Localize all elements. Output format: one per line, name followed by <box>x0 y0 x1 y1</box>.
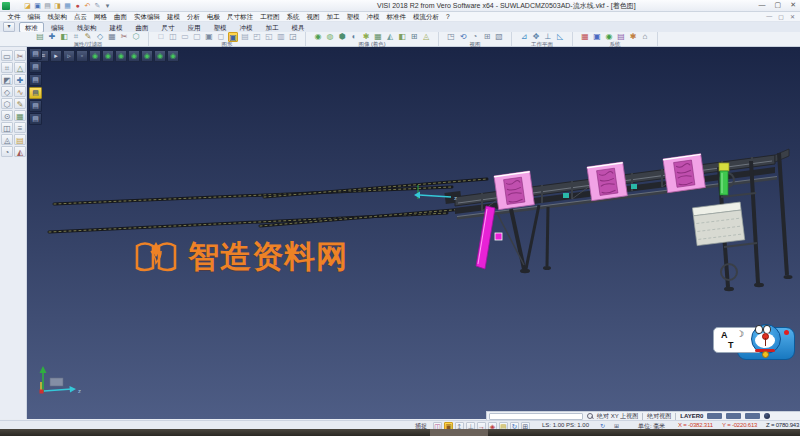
sidebar-tool-icon[interactable]: ▭ <box>1 50 13 61</box>
view-mode-icon[interactable]: ▤ <box>29 74 42 86</box>
menu-item[interactable]: 线架构 <box>44 12 71 22</box>
sidebar-tool-icon[interactable]: ⬡ <box>1 98 13 109</box>
command-input[interactable] <box>489 413 583 420</box>
ribbon-icon[interactable]: ◰ <box>252 32 262 42</box>
left-support-legs[interactable] <box>497 205 551 273</box>
menu-item[interactable]: 视图 <box>303 12 323 22</box>
toolbar-tab[interactable]: 曲面 <box>130 22 155 33</box>
layer-color-block[interactable] <box>726 413 741 419</box>
taskbar-app-segment[interactable] <box>430 429 488 436</box>
sidebar-tool-icon[interactable]: ✚ <box>14 74 26 85</box>
ribbon-icon[interactable]: ▤ <box>35 32 45 42</box>
menu-item[interactable]: 文件 <box>4 12 24 22</box>
toolbar-tab[interactable]: 塑模 <box>208 22 233 33</box>
quick-access-icon[interactable]: ▦ <box>63 1 72 10</box>
maximize-button[interactable]: ▢ <box>775 1 782 9</box>
ime-toolbar[interactable]: A ☽ T <box>713 324 795 372</box>
view-toolbar-icon[interactable]: ▹ <box>63 50 75 62</box>
pink-plate-3[interactable] <box>663 154 705 193</box>
ribbon-icon[interactable]: ◧ <box>397 32 407 42</box>
sidebar-tool-icon[interactable]: ▤ <box>14 134 26 145</box>
toolbar-tab[interactable]: 建模 <box>104 22 129 33</box>
sidebar-tool-icon[interactable]: ⌗ <box>1 62 13 73</box>
ribbon-icon[interactable]: ✱ <box>628 32 638 42</box>
menu-item[interactable]: 建模 <box>164 12 184 22</box>
view-toolbar-icon[interactable]: ◉ <box>128 50 140 62</box>
pink-plate-2[interactable] <box>587 162 627 201</box>
render-style-icon[interactable] <box>764 413 770 419</box>
menu-item[interactable]: 系统 <box>283 12 303 22</box>
ribbon-icon[interactable]: ⬢ <box>337 32 347 42</box>
ribbon-icon[interactable]: ◲ <box>288 32 298 42</box>
ribbon-icon[interactable]: ◭ <box>385 32 395 42</box>
menu-item[interactable]: 工程图 <box>257 12 284 22</box>
sidebar-tool-icon[interactable]: ◇ <box>1 86 13 97</box>
quick-access-icon[interactable]: ▯ <box>13 1 22 10</box>
refresh-icon[interactable]: ↻ <box>600 422 605 429</box>
menu-item[interactable]: 模流分析 <box>410 12 443 22</box>
sidebar-tool-icon[interactable]: ▦ <box>14 110 26 121</box>
view-mode-icon[interactable]: ▤ <box>29 48 42 60</box>
ribbon-icon[interactable]: ▣ <box>204 32 214 42</box>
sidebar-tool-icon[interactable]: ∿ <box>14 86 26 97</box>
ribbon-icon[interactable]: ⟲ <box>458 32 468 42</box>
view-toolbar-icon[interactable]: ▸ <box>50 50 62 62</box>
toolbar-tab[interactable]: 应用 <box>182 22 207 33</box>
graphics-viewport[interactable]: z z ≡▸▹▫◉◉◉◉◉◉◉ ▤▤▤▤▤▤ 智造资料网 <box>27 47 800 419</box>
ribbon-icon[interactable]: ⊿ <box>519 32 529 42</box>
layer-color-block[interactable] <box>745 413 760 419</box>
toolbar-tab[interactable]: 编辑 <box>45 22 70 33</box>
sidebar-tool-icon[interactable]: △ <box>14 62 26 73</box>
doc-restore-button[interactable]: ▢ <box>778 13 784 20</box>
view-toolbar-icon[interactable]: ▫ <box>76 50 88 62</box>
conveyor-rails[interactable] <box>49 179 487 232</box>
sidebar-tool-icon[interactable]: ◔ <box>1 146 13 157</box>
menu-item[interactable]: 冲模 <box>363 12 383 22</box>
ribbon-icon[interactable]: ▤ <box>240 32 250 42</box>
ribbon-icon[interactable]: ▦ <box>580 32 590 42</box>
quick-access-icon[interactable]: ▤ <box>43 1 52 10</box>
search-icon[interactable] <box>587 413 593 419</box>
menu-item[interactable]: 加工 <box>323 12 343 22</box>
sensor-block[interactable] <box>563 193 569 198</box>
ribbon-icon[interactable]: ⌂ <box>640 32 650 42</box>
menu-item[interactable]: 尺寸标注 <box>224 12 257 22</box>
view-mode-icon[interactable]: ▤ <box>29 61 42 73</box>
doc-close-button[interactable]: ✕ <box>790 13 795 20</box>
close-button[interactable]: ✕ <box>790 1 796 9</box>
grid-icon[interactable]: ⊞ <box>614 422 619 429</box>
view-mode-icon[interactable]: ▤ <box>29 87 42 99</box>
ribbon-icon[interactable]: ◧ <box>59 32 69 42</box>
sidebar-tool-icon[interactable]: ◬ <box>1 134 13 145</box>
quick-access-icon[interactable]: ↶ <box>83 1 92 10</box>
view-toolbar-icon[interactable]: ◉ <box>102 50 114 62</box>
quick-access-icon[interactable]: ● <box>73 1 82 10</box>
minimize-button[interactable]: — <box>759 1 766 9</box>
ribbon-icon[interactable]: ⊞ <box>482 32 492 42</box>
menu-item[interactable]: 网格 <box>91 12 111 22</box>
view-mode-icon[interactable]: ▤ <box>29 113 42 125</box>
green-cylinder[interactable] <box>719 163 729 195</box>
ime-tool-icon[interactable]: T <box>728 340 734 350</box>
ribbon-icon[interactable]: □ <box>156 32 166 42</box>
ribbon-icon[interactable]: ◍ <box>325 32 335 42</box>
ribbon-icon[interactable]: ▢ <box>192 32 202 42</box>
menu-item[interactable]: 电极 <box>204 12 224 22</box>
ribbon-icon[interactable]: ◫ <box>168 32 178 42</box>
menu-item[interactable]: 编辑 <box>24 12 44 22</box>
menu-item[interactable]: 塑模 <box>343 12 363 22</box>
layer-color-block[interactable] <box>707 413 722 419</box>
toolbar-tab[interactable]: 尺寸 <box>156 22 181 33</box>
ribbon-icon[interactable]: ▥ <box>276 32 286 42</box>
view-toolbar-icon[interactable]: ◉ <box>115 50 127 62</box>
view-toolbar-icon[interactable]: ◉ <box>89 50 101 62</box>
ribbon-icon[interactable]: ◬ <box>421 32 431 42</box>
ribbon-icon[interactable]: ▣ <box>592 32 602 42</box>
quick-access-icon[interactable]: ✎ <box>93 1 102 10</box>
menu-item[interactable]: 点云 <box>71 12 91 22</box>
toolbar-tab[interactable]: 加工 <box>260 22 285 33</box>
view-toolbar-icon[interactable]: ◉ <box>154 50 166 62</box>
ribbon-icon[interactable]: ◉ <box>313 32 323 42</box>
view-mode-icon[interactable]: ▤ <box>29 100 42 112</box>
sidebar-tool-icon[interactable]: ✂ <box>14 50 26 61</box>
